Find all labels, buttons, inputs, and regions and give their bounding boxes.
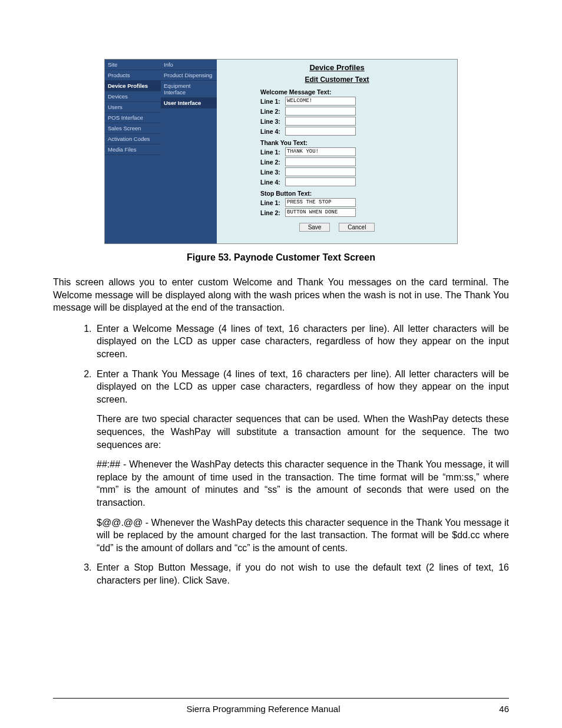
footer-page-number: 46 bbox=[474, 704, 509, 714]
cancel-button[interactable]: Cancel bbox=[339, 223, 375, 232]
primary-nav: Site Products Device Profiles Devices Us… bbox=[105, 60, 161, 243]
nav-device-profiles[interactable]: Device Profiles bbox=[105, 81, 161, 91]
save-button[interactable]: Save bbox=[299, 223, 330, 232]
step-1-text: Enter a Welcome Message (4 lines of text… bbox=[97, 324, 509, 359]
welcome-line2-label: Line 2: bbox=[260, 108, 285, 115]
step-3: Enter a Stop Button Message, if you do n… bbox=[94, 561, 509, 587]
nav-sales-screen[interactable]: Sales Screen bbox=[105, 123, 161, 134]
page-title: Device Profiles bbox=[223, 63, 451, 72]
nav-users[interactable]: Users bbox=[105, 102, 161, 113]
nav-activation-codes[interactable]: Activation Codes bbox=[105, 134, 161, 144]
subnav-product-dispensing[interactable]: Product Dispensing bbox=[161, 70, 217, 81]
intro-paragraph: This screen allows you to enter custom W… bbox=[53, 276, 509, 314]
thank-line3-label: Line 3: bbox=[260, 169, 285, 176]
stop-section-label: Stop Button Text: bbox=[260, 190, 414, 197]
nav-devices[interactable]: Devices bbox=[105, 91, 161, 102]
welcome-line3-input[interactable] bbox=[285, 117, 356, 126]
step-1: Enter a Welcome Message (4 lines of text… bbox=[94, 322, 509, 361]
nav-media-files[interactable]: Media Files bbox=[105, 144, 161, 155]
screenshot-panel: Site Products Device Profiles Devices Us… bbox=[104, 59, 458, 244]
step-3-text: Enter a Stop Button Message, if you do n… bbox=[97, 562, 509, 585]
nav-products[interactable]: Products bbox=[105, 70, 161, 81]
footer-rule bbox=[53, 698, 509, 699]
subnav-user-interface[interactable]: User Interface bbox=[161, 98, 217, 108]
thank-line2-label: Line 2: bbox=[260, 159, 285, 166]
step-2-para-3: $@@.@@ - Whenever the WashPay detects th… bbox=[97, 516, 509, 555]
thank-line3-input[interactable] bbox=[285, 167, 356, 176]
welcome-line4-input[interactable] bbox=[285, 127, 356, 136]
thank-line4-input[interactable] bbox=[285, 177, 356, 186]
step-2-text: Enter a Thank You Message (4 lines of te… bbox=[97, 369, 509, 404]
thank-line4-label: Line 4: bbox=[260, 179, 285, 186]
step-2: Enter a Thank You Message (4 lines of te… bbox=[94, 368, 509, 555]
thank-line1-label: Line 1: bbox=[260, 149, 285, 156]
welcome-line2-input[interactable] bbox=[285, 107, 356, 116]
content-area: Device Profiles Edit Customer Text Welco… bbox=[217, 60, 457, 243]
nav-pos-interface[interactable]: POS Interface bbox=[105, 113, 161, 123]
secondary-nav: Info Product Dispensing Equipment Interf… bbox=[161, 60, 217, 243]
figure-caption: Figure 53. Paynode Customer Text Screen bbox=[53, 252, 509, 263]
thank-section-label: Thank You Text: bbox=[260, 139, 414, 146]
welcome-section-label: Welcome Message Text: bbox=[260, 88, 414, 95]
welcome-line3-label: Line 3: bbox=[260, 118, 285, 125]
stop-line2-label: Line 2: bbox=[260, 209, 285, 216]
document-page: Site Products Device Profiles Devices Us… bbox=[0, 0, 562, 728]
welcome-line1-label: Line 1: bbox=[260, 98, 285, 105]
thank-line1-input[interactable]: THANK YOU! bbox=[285, 147, 356, 156]
subnav-equipment-interface[interactable]: Equipment Interface bbox=[161, 81, 217, 98]
footer-title: Sierra Programming Reference Manual bbox=[53, 704, 474, 714]
subnav-info[interactable]: Info bbox=[161, 60, 217, 70]
page-subtitle: Edit Customer Text bbox=[223, 75, 451, 84]
welcome-line4-label: Line 4: bbox=[260, 128, 285, 135]
instruction-list: Enter a Welcome Message (4 lines of text… bbox=[53, 322, 509, 587]
page-footer: Sierra Programming Reference Manual 46 bbox=[53, 704, 509, 714]
stop-line1-input[interactable]: PRESS THE STOP bbox=[285, 198, 356, 207]
nav-site[interactable]: Site bbox=[105, 60, 161, 70]
welcome-line1-input[interactable]: WELCOME! bbox=[285, 97, 356, 106]
step-2-para-2: ##:## - Whenever the WashPay detects thi… bbox=[97, 458, 509, 509]
stop-line1-label: Line 1: bbox=[260, 199, 285, 206]
stop-line2-input[interactable]: BUTTON WHEN DONE bbox=[285, 208, 356, 217]
step-2-para-1: There are two special character sequence… bbox=[97, 413, 509, 451]
thank-line2-input[interactable] bbox=[285, 157, 356, 166]
form-block: Welcome Message Text: Line 1:WELCOME! Li… bbox=[260, 88, 414, 232]
